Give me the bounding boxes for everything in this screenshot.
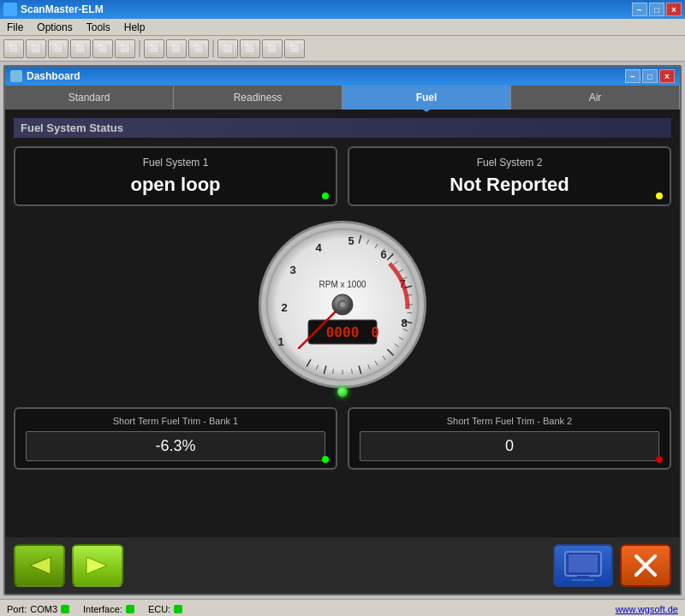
- trim-section: Short Term Fuel Trim - Bank 1 Short Term…: [14, 407, 671, 470]
- toolbar-btn-2[interactable]: ⬜: [26, 39, 46, 58]
- toolbar-btn-13[interactable]: ⬜: [284, 39, 305, 58]
- content-area: Fuel System Status Fuel System 1 open lo…: [5, 110, 680, 537]
- svg-text:3: 3: [289, 264, 295, 276]
- rpm-gauge-svg: 3 4 5 6 7 8 2 1 RPM x 1000 0000 0: [257, 219, 428, 390]
- dashboard-close-button[interactable]: ×: [659, 69, 675, 83]
- status-port: Port: COM3: [7, 604, 69, 614]
- svg-text:8: 8: [401, 317, 407, 329]
- app-icon: [3, 3, 17, 16]
- forward-button[interactable]: [72, 544, 123, 587]
- toolbar-btn-1[interactable]: ⬜: [3, 39, 24, 58]
- port-led: [61, 605, 69, 613]
- menubar: File Options Tools Help: [0, 19, 685, 36]
- fuel-card-1-indicator: [322, 192, 329, 199]
- svg-text:RPM x 1000: RPM x 1000: [319, 280, 366, 289]
- trim-bank-1-input[interactable]: [26, 431, 325, 461]
- svg-rect-52: [572, 579, 594, 581]
- fuel-cards: Fuel System 1 open loop Fuel System 2 No…: [14, 146, 671, 206]
- toolbar-sep-2: [212, 40, 214, 57]
- toolbar-btn-11[interactable]: ⬜: [240, 39, 260, 58]
- back-arrow-icon: [27, 554, 52, 578]
- tab-readiness[interactable]: Readiness: [174, 86, 342, 110]
- svg-rect-51: [577, 576, 589, 579]
- trim-bank-2-indicator: [656, 456, 663, 463]
- toolbar-btn-12[interactable]: ⬜: [262, 39, 283, 58]
- svg-marker-47: [30, 557, 51, 574]
- close-x-icon: [633, 553, 658, 578]
- trim-bank-1-indicator: [322, 456, 329, 463]
- menu-file[interactable]: File: [3, 21, 27, 34]
- tab-air[interactable]: Air: [511, 86, 680, 110]
- svg-text:5: 5: [348, 234, 354, 247]
- toolbar: ⬜ ⬜ ⬜ ⬜ ⬜ ⬜ ⬜ ⬜ ⬜ ⬜ ⬜ ⬜ ⬜: [0, 36, 685, 62]
- close-app-button[interactable]: [620, 544, 671, 587]
- gauge-led: [337, 387, 348, 397]
- status-bar: Port: COM3 Interface: ECU: www.wgsoft.de: [0, 599, 685, 616]
- app-title: ScanMaster-ELM: [21, 3, 104, 15]
- dashboard-title: Dashboard: [27, 70, 80, 82]
- fuel-card-1-value: open loop: [27, 174, 324, 196]
- trim-bank-2-title: Short Term Fuel Trim - Bank 2: [360, 416, 659, 426]
- gauge-container: 3 4 5 6 7 8 2 1 RPM x 1000 0000 0: [14, 219, 671, 390]
- back-button[interactable]: [14, 544, 65, 587]
- ecu-label: ECU:: [148, 604, 170, 614]
- svg-point-46: [340, 302, 345, 307]
- ecu-led: [174, 605, 182, 613]
- tab-standard[interactable]: Standard: [5, 86, 174, 110]
- action-buttons: [553, 544, 671, 587]
- svg-text:4: 4: [315, 241, 322, 254]
- svg-text:0000: 0000: [326, 324, 360, 341]
- tab-bar: Standard Readiness Fuel Air: [5, 86, 680, 110]
- status-ecu: ECU:: [148, 604, 182, 614]
- fuel-card-1: Fuel System 1 open loop: [14, 146, 337, 206]
- dashboard-win-controls: − □ ×: [625, 69, 675, 83]
- svg-text:6: 6: [380, 248, 386, 261]
- gauge-wrapper: 3 4 5 6 7 8 2 1 RPM x 1000 0000 0: [257, 219, 428, 390]
- app-maximize-button[interactable]: □: [649, 3, 664, 16]
- app-win-controls: − □ ×: [632, 3, 682, 16]
- nav-buttons: [14, 544, 123, 587]
- toolbar-btn-7[interactable]: ⬜: [144, 39, 164, 58]
- toolbar-btn-10[interactable]: ⬜: [217, 39, 238, 58]
- dashboard-minimize-button[interactable]: −: [625, 69, 640, 83]
- bottom-bar: [5, 537, 680, 594]
- toolbar-btn-6[interactable]: ⬜: [115, 39, 135, 58]
- dashboard-maximize-button[interactable]: □: [642, 69, 658, 83]
- website-link[interactable]: www.wgsoft.de: [616, 604, 678, 614]
- svg-marker-48: [86, 557, 107, 574]
- app-minimize-button[interactable]: −: [632, 3, 647, 16]
- fuel-card-2-indicator: [656, 192, 663, 199]
- port-label: Port:: [7, 604, 27, 614]
- fuel-card-2: Fuel System 2 Not Reported: [348, 146, 671, 206]
- toolbar-btn-8[interactable]: ⬜: [166, 39, 187, 58]
- tab-fuel[interactable]: Fuel: [342, 86, 511, 110]
- trim-bank-2-card: Short Term Fuel Trim - Bank 2: [348, 407, 671, 470]
- svg-text:1: 1: [277, 335, 283, 348]
- monitor-icon: [563, 550, 603, 581]
- dashboard-icon: [10, 70, 22, 82]
- monitor-button[interactable]: [553, 544, 613, 587]
- svg-text:0: 0: [371, 324, 379, 341]
- menu-tools[interactable]: Tools: [83, 21, 114, 34]
- toolbar-btn-9[interactable]: ⬜: [188, 39, 209, 58]
- app-titlebar: ScanMaster-ELM − □ ×: [0, 0, 685, 19]
- status-interface: Interface:: [83, 604, 134, 614]
- toolbar-btn-4[interactable]: ⬜: [70, 39, 91, 58]
- menu-help[interactable]: Help: [121, 21, 149, 34]
- dashboard-window: Dashboard − □ × Standard Readiness Fuel …: [3, 65, 682, 595]
- section-header: Fuel System Status: [14, 118, 671, 138]
- svg-text:2: 2: [281, 301, 287, 314]
- trim-bank-2-input[interactable]: [360, 431, 659, 461]
- status-left: Port: COM3 Interface: ECU:: [7, 604, 196, 614]
- trim-bank-1-title: Short Term Fuel Trim - Bank 1: [26, 416, 325, 426]
- fuel-card-2-title: Fuel System 2: [361, 157, 658, 169]
- fuel-card-2-value: Not Reported: [361, 174, 658, 196]
- trim-bank-1-card: Short Term Fuel Trim - Bank 1: [14, 407, 337, 470]
- toolbar-btn-5[interactable]: ⬜: [92, 39, 113, 58]
- interface-led: [126, 605, 134, 613]
- toolbar-btn-3[interactable]: ⬜: [48, 39, 68, 58]
- menu-options[interactable]: Options: [33, 21, 75, 34]
- app-close-button[interactable]: ×: [666, 3, 682, 16]
- toolbar-sep-1: [139, 40, 140, 57]
- dashboard-titlebar: Dashboard − □ ×: [5, 67, 680, 86]
